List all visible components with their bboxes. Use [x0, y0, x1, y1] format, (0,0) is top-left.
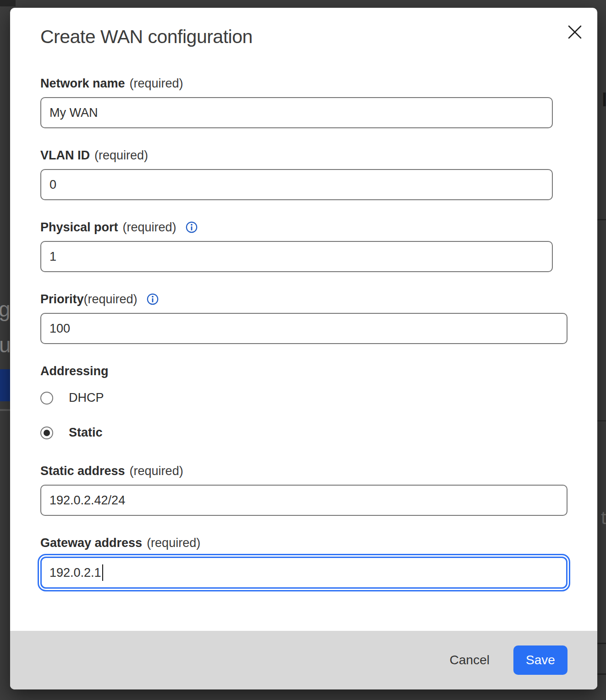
background-text-fragment: t	[601, 508, 606, 528]
required-note: (required)	[84, 292, 138, 306]
required-note: (required)	[130, 464, 183, 478]
field-label-text: Priority	[40, 292, 84, 306]
required-note: (required)	[147, 536, 200, 550]
background-fragment	[597, 219, 606, 220]
addressing-option-static[interactable]: Static	[40, 426, 567, 440]
radio-button-icon[interactable]	[40, 392, 53, 405]
background-text-fragment: u	[0, 333, 11, 357]
info-icon[interactable]	[147, 293, 159, 305]
dialog-footer: Cancel Save	[10, 631, 597, 689]
addressing-option-dhcp[interactable]: DHCP	[40, 391, 567, 405]
required-note: (required)	[123, 220, 176, 235]
vlan-id-input[interactable]	[40, 169, 553, 200]
physical-port-input[interactable]	[40, 241, 553, 272]
vlan-id-label: VLAN ID (required)	[40, 148, 567, 163]
background-fragment	[597, 420, 606, 421]
field-label-text: Physical port	[40, 220, 118, 235]
cancel-button[interactable]: Cancel	[450, 653, 490, 667]
network-name-input[interactable]	[40, 97, 553, 128]
create-wan-configuration-dialog: Create WAN configuration Network name (r…	[10, 8, 597, 689]
addressing-heading: Addressing	[40, 364, 567, 378]
save-button[interactable]: Save	[513, 645, 567, 675]
required-note: (required)	[94, 148, 148, 163]
field-label-text: VLAN ID	[40, 148, 90, 163]
background-fragment	[0, 0, 16, 6]
info-icon[interactable]	[186, 221, 198, 233]
priority-label: Priority (required)	[40, 292, 567, 306]
text-cursor	[102, 564, 103, 581]
field-label-text: Static address	[40, 464, 125, 478]
background-fragment	[0, 409, 10, 411]
network-name-label: Network name (required)	[40, 76, 567, 91]
close-icon	[567, 24, 583, 40]
static-address-input[interactable]	[40, 485, 567, 516]
gateway-address-input[interactable]: 192.0.2.1	[40, 557, 567, 589]
background-fragment	[597, 673, 606, 675]
field-label-text: Gateway address	[40, 536, 142, 550]
dialog-title: Create WAN configuration	[40, 26, 567, 48]
gateway-address-value: 192.0.2.1	[50, 566, 101, 580]
priority-input[interactable]	[40, 313, 567, 344]
gateway-address-label: Gateway address (required)	[40, 536, 567, 550]
background-text-fragment: g	[0, 297, 11, 322]
radio-label: DHCP	[69, 391, 104, 405]
radio-button-icon-selected[interactable]	[40, 427, 53, 439]
radio-label: Static	[69, 426, 103, 440]
background-fragment	[597, 643, 606, 644]
field-label-text: Network name	[40, 76, 125, 91]
static-address-label: Static address (required)	[40, 464, 567, 478]
required-note: (required)	[130, 76, 183, 91]
physical-port-label: Physical port (required)	[40, 220, 567, 235]
close-button[interactable]	[565, 22, 584, 42]
